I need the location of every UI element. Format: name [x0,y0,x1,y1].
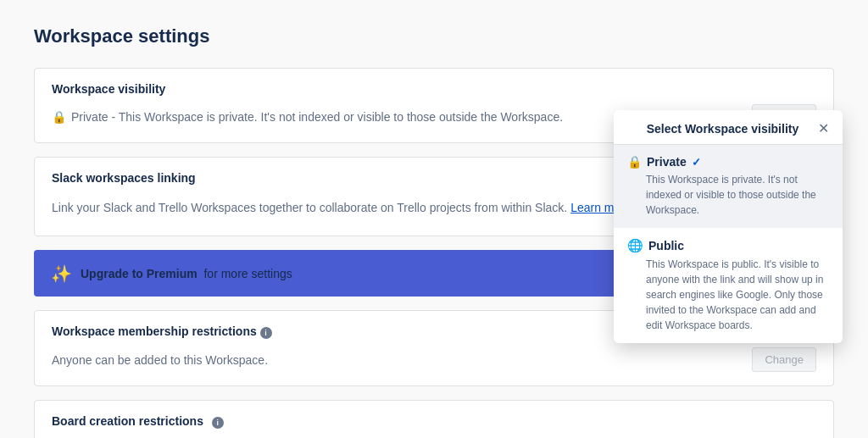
public-option-globe-icon: 🌐 [627,238,643,253]
board-creation-info-icon: i [212,417,224,429]
public-option-label: Public [648,239,684,252]
board-creation-section: Board creation restrictions i Any Worksp… [34,400,834,438]
membership-text: Anyone can be added to this Workspace. [52,353,268,367]
private-option-row: 🔒 Private ✓ [627,155,829,169]
dropdown-header: Select Workspace visibility ✕ [614,110,843,145]
board-creation-title: Board creation restrictions i [52,414,816,429]
membership-change-button[interactable]: Change [752,347,816,372]
private-option-description: This Workspace is private. It's not inde… [627,172,829,218]
upgrade-bar-content: ✨ Upgrade to Premium for more settings [51,263,292,284]
private-option-lock-icon: 🔒 [627,155,642,169]
membership-info-icon: i [260,327,272,339]
slack-description: Link your Slack and Trello Workspaces to… [52,199,635,217]
private-checkmark-icon: ✓ [692,156,701,169]
upgrade-suffix: for more settings [203,267,292,280]
upgrade-text: Upgrade to Premium for more settings [81,267,292,280]
sparkle-icon: ✨ [51,263,72,284]
dropdown-option-private[interactable]: 🔒 Private ✓ This Workspace is private. I… [614,145,843,228]
membership-row: Anyone can be added to this Workspace. C… [52,347,816,372]
close-icon[interactable]: ✕ [818,122,829,136]
page-wrapper: Workspace settings Workspace visibility … [0,0,868,438]
page-title: Workspace settings [34,25,834,47]
dropdown-title: Select Workspace visibility [627,122,818,136]
upgrade-premium-label: Upgrade to Premium [81,267,198,280]
private-option-label: Private [647,155,687,169]
public-option-description: This Workspace is public. It's visible t… [627,257,829,333]
visibility-text: 🔒 Private - This Workspace is private. I… [52,110,563,124]
visibility-section-title: Workspace visibility [52,82,816,96]
public-option-row: 🌐 Public [627,238,829,253]
dropdown-option-public[interactable]: 🌐 Public This Workspace is public. It's … [614,228,843,343]
visibility-dropdown: Select Workspace visibility ✕ 🔒 Private … [614,110,843,343]
visibility-description: Private - This Workspace is private. It'… [71,110,563,124]
lock-icon: 🔒 [52,110,66,124]
